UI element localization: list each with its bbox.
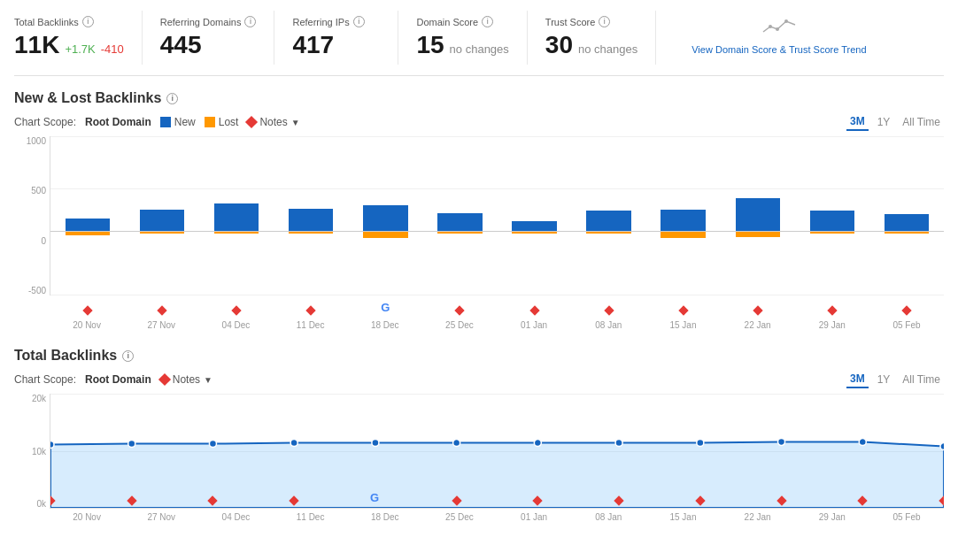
tb-scope-value: Root Domain <box>85 373 151 386</box>
tb-scope-label: Chart Scope: <box>14 373 76 386</box>
total-backlinks-stat: Total Backlinks i 11K +1.7K -410 <box>14 11 143 65</box>
tb-legend-notes[interactable]: Notes ▼ <box>160 373 212 386</box>
bar-lost-6 <box>512 232 556 234</box>
bar-group-4: G <box>348 136 422 295</box>
area-x-label-8: 15 Jan <box>645 509 720 522</box>
area-x-label-7: 08 Jan <box>571 509 645 522</box>
area-note-diamond-9 <box>776 495 786 505</box>
tb-period-alltime-btn[interactable]: All Time <box>899 372 944 387</box>
trust-score-label: Trust Score i <box>545 16 637 27</box>
bar-new-7 <box>586 211 630 231</box>
area-chart-x-labels: 20 Nov27 Nov04 Dec11 Dec18 Dec25 Dec01 J… <box>50 509 944 522</box>
bar-group-0 <box>50 136 125 295</box>
tb-notes-dropdown-icon[interactable]: ▼ <box>204 375 212 385</box>
bar-lost-4 <box>363 232 407 238</box>
total-backlinks-controls-left: Chart Scope: Root Domain Notes ▼ <box>14 373 212 386</box>
area-x-label-6: 01 Jan <box>497 509 571 522</box>
bar-lost-11 <box>885 232 929 234</box>
area-google-marker-4: G <box>370 491 379 504</box>
domain-score-info-icon[interactable]: i <box>482 16 493 27</box>
bar-group-5 <box>422 136 497 295</box>
bar-lost-7 <box>586 232 630 234</box>
area-note-diamond-10 <box>858 495 868 505</box>
svg-point-2 <box>784 19 788 23</box>
bar-group-2 <box>199 136 274 295</box>
bar-new-9 <box>736 198 780 231</box>
area-x-label-2: 04 Dec <box>198 509 273 522</box>
bar-lost-3 <box>289 232 333 234</box>
period-alltime-btn[interactable]: All Time <box>899 114 944 130</box>
area-note-diamond-8 <box>695 495 705 505</box>
google-marker-4: G <box>381 301 390 314</box>
trust-score-value: 30 no changes <box>545 31 637 59</box>
area-note-diamond-6 <box>533 495 543 505</box>
bar-chart-x-labels: 20 Nov27 Nov04 Dec11 Dec18 Dec25 Dec01 J… <box>50 295 944 330</box>
legend-notes[interactable]: Notes ▼ <box>247 116 299 128</box>
period-1y-btn[interactable]: 1Y <box>874 114 894 130</box>
bar-lost-8 <box>661 232 705 238</box>
area-x-label-9: 22 Jan <box>721 509 795 522</box>
domain-score-stat: Domain Score i 15 no changes <box>416 11 527 65</box>
area-note-diamond-1 <box>127 495 136 505</box>
bar-lost-0 <box>66 232 110 235</box>
bar-lost-9 <box>736 232 780 237</box>
trend-link[interactable]: View Domain Score & Trust Score Trend <box>674 11 866 62</box>
scope-label: Chart Scope: <box>14 116 76 128</box>
scope-value: Root Domain <box>85 116 151 128</box>
total-backlinks-info-icon[interactable]: i <box>82 16 94 27</box>
bar-new-3 <box>289 209 333 231</box>
area-x-label-4: 18 Dec <box>348 509 422 522</box>
bar-new-8 <box>661 210 705 231</box>
bar-group-7 <box>572 136 646 295</box>
period-3m-btn[interactable]: 3M <box>846 113 869 131</box>
area-note-diamond-3 <box>290 495 299 505</box>
grid-line-bottom <box>50 295 944 295</box>
legend-new-box <box>160 117 171 127</box>
area-chart-container: 20k 10k 0k G 20 Nov27 Nov04 Dec11 Dec18 … <box>14 394 944 522</box>
domain-score-label: Domain Score i <box>416 16 508 27</box>
domain-score-value: 15 no changes <box>416 31 508 59</box>
bar-lost-10 <box>810 232 854 234</box>
area-chart-y-axis: 20k 10k 0k <box>14 394 50 509</box>
bar-new-11 <box>885 214 929 231</box>
bar-new-2 <box>214 203 259 231</box>
trust-score-stat: Trust Score i 30 no changes <box>545 11 656 65</box>
area-x-label-0: 20 Nov <box>50 509 124 522</box>
bar-chart-area: G <box>50 136 944 295</box>
bar-new-0 <box>66 219 110 231</box>
bars-container: G <box>50 136 944 295</box>
new-lost-info-icon[interactable]: i <box>166 93 178 104</box>
legend-new[interactable]: New <box>160 116 196 128</box>
bar-chart-container: 1000 500 0 -500 G 20 Nov27 N <box>14 136 944 330</box>
main-container: Total Backlinks i 11K +1.7K -410 Referri… <box>0 0 958 550</box>
trust-score-info-icon[interactable]: i <box>599 16 610 27</box>
new-lost-title: New & Lost Backlinks i <box>14 90 944 106</box>
stats-row: Total Backlinks i 11K +1.7K -410 Referri… <box>14 11 944 76</box>
notes-dropdown-icon[interactable]: ▼ <box>291 118 300 127</box>
tb-period-1y-btn[interactable]: 1Y <box>874 372 894 387</box>
bar-lost-1 <box>140 232 184 234</box>
bar-new-1 <box>140 210 184 231</box>
tb-legend-notes-diamond <box>158 373 171 386</box>
referring-ips-label: Referring IPs i <box>292 16 380 27</box>
referring-domains-info-icon[interactable]: i <box>244 16 256 27</box>
bar-group-10 <box>795 136 869 295</box>
area-x-label-11: 05 Feb <box>869 509 944 522</box>
total-backlinks-chart-section: Total Backlinks i Chart Scope: Root Doma… <box>14 348 944 522</box>
bar-group-8 <box>646 136 721 295</box>
referring-ips-value: 417 <box>292 31 380 59</box>
new-lost-period-buttons: 3M 1Y All Time <box>846 113 944 131</box>
trend-chart-icon <box>761 16 797 40</box>
legend-notes-diamond <box>245 116 258 128</box>
referring-ips-info-icon[interactable]: i <box>353 16 365 27</box>
legend-lost[interactable]: Lost <box>205 116 239 128</box>
area-chart-area: G <box>50 394 944 509</box>
new-lost-chart-section: New & Lost Backlinks i Chart Scope: Root… <box>14 90 944 330</box>
bar-group-9 <box>721 136 795 295</box>
area-note-diamond-11 <box>939 495 944 505</box>
total-backlinks-chart-info-icon[interactable]: i <box>122 350 134 362</box>
area-markers-container: G <box>50 394 944 508</box>
svg-point-1 <box>776 27 779 31</box>
legend-lost-box <box>205 117 215 127</box>
tb-period-3m-btn[interactable]: 3M <box>846 371 869 388</box>
